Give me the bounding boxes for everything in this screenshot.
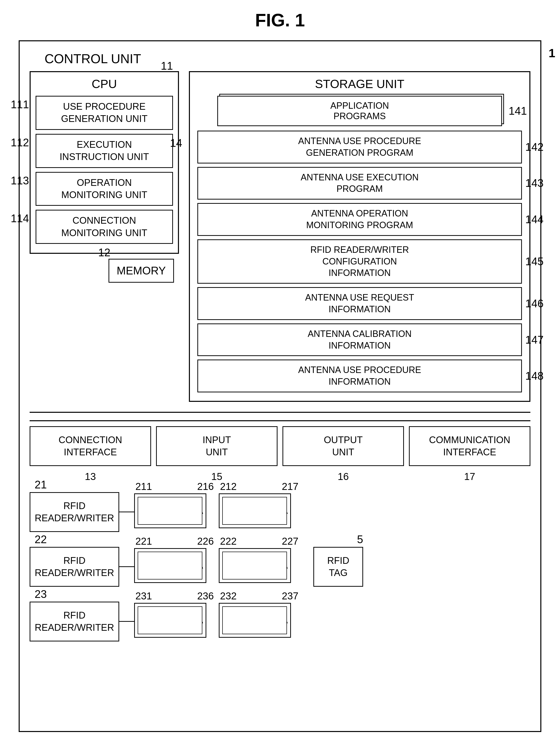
interface-row: CONNECTIONINTERFACE INPUTUNIT OUTPUTUNIT… [30, 420, 530, 466]
ref-148: 148 [525, 369, 544, 383]
antenna-222-container: RFID ANTENNA [219, 548, 293, 585]
ref-237: 237 [282, 590, 298, 602]
rfid-row-21: 21 RFIDREADER/WRITER 211 216 RFID ANTENN… [30, 492, 530, 532]
ref-15: 15 [156, 471, 278, 482]
ref-113: 113 [11, 174, 29, 187]
rfid-tag-container: 5 RFIDTAG [313, 547, 363, 587]
rfid-reader-21: RFIDREADER/WRITER [30, 492, 119, 532]
input-unit-box: INPUTUNIT [156, 426, 278, 466]
ref-21: 21 [35, 478, 47, 491]
ref-211: 211 [135, 481, 152, 492]
cpu-unit-111: USE PROCEDUREGENERATION UNIT [36, 96, 173, 130]
communication-interface-box: COMMUNICATIONINTERFACE [409, 426, 530, 466]
rfid-reader-23: RFIDREADER/WRITER [30, 602, 119, 641]
ref-114: 114 [11, 212, 29, 225]
top-section: 11 CPU 111 USE PROCEDUREGENERATION UNIT … [30, 71, 530, 402]
antenna-212-container: RFID ANTENNA [219, 493, 293, 531]
antenna-211-group: 211 216 RFID ANTENNA [134, 493, 209, 531]
ref-17: 17 [409, 471, 530, 482]
ref-11: 11 [161, 60, 173, 72]
memory-box: MEMORY [109, 259, 174, 283]
line-21-ant [119, 511, 134, 512]
control-unit-label: CONTROL UNIT [45, 51, 530, 66]
connection-interface-box: CONNECTIONINTERFACE [30, 426, 151, 466]
storage-item-146: ANTENNA USE REQUESTINFORMATION 146 [197, 287, 522, 320]
storage-item-147: ANTENNA CALIBRATIONINFORMATION 147 [197, 324, 522, 356]
antenna-221-inner [138, 552, 202, 579]
ref-216: 216 [197, 481, 214, 492]
ref-142: 142 [525, 140, 544, 154]
cpu-unit-113: OPERATIONMONITORING UNIT [36, 172, 173, 206]
interface-refs: 13 15 16 17 [30, 471, 530, 482]
bus-line [30, 412, 530, 413]
rfid-row-22: 22 RFIDREADER/WRITER 221 226 RFID ANTENN… [30, 547, 530, 587]
storage-item-142: ANTENNA USE PROCEDUREGENERATION PROGRAM … [197, 131, 522, 164]
line-23-ant [119, 621, 134, 622]
storage-label: STORAGE UNIT [197, 77, 522, 91]
rfid-tag-box: RFIDTAG [313, 547, 363, 587]
ref-111: 111 [11, 98, 29, 111]
antenna-232-container: RFID ANTENNA [219, 603, 293, 640]
ref-5: 5 [357, 533, 363, 546]
ref-236: 236 [197, 590, 214, 602]
ref-12: 12 [98, 246, 111, 259]
lower-section: 21 RFIDREADER/WRITER 211 216 RFID ANTENN… [30, 492, 530, 641]
storage-item-143: ANTENNA USE EXECUTIONPROGRAM 143 [197, 167, 522, 200]
app-programs-stacked: APPLICATIONPROGRAMS 141 [217, 96, 502, 126]
antenna-221-group: 221 226 RFID ANTENNA [134, 548, 209, 585]
ref-146: 146 [525, 296, 544, 311]
antenna-231-group: 231 236 RFID ANTENNA [134, 603, 209, 640]
storage-item-144: ANTENNA OPERATIONMONITORING PROGRAM 144 [197, 203, 522, 236]
cpu-label: CPU [36, 77, 173, 91]
cpu-unit-112: EXECUTIONINSTRUCTION UNIT [36, 134, 173, 168]
ref-22: 22 [35, 533, 47, 546]
storage-box: 14 STORAGE UNIT APPLICATIONPROGRAMS 141 … [189, 71, 530, 402]
antenna-221-container: RFID ANTENNA [134, 548, 209, 585]
antenna-222-inner [222, 552, 287, 579]
ref-14: 14 [170, 137, 182, 149]
antenna-212-group: 212 217 RFID ANTENNA [219, 493, 293, 531]
ref-217: 217 [282, 481, 298, 492]
ref-232: 232 [220, 590, 237, 602]
ref-226: 226 [197, 536, 214, 547]
antenna-211-inner [138, 497, 202, 525]
storage-item-148: ANTENNA USE PROCEDUREINFORMATION 148 [197, 360, 522, 392]
ref-221: 221 [135, 536, 152, 547]
antenna-212-inner [222, 497, 287, 525]
ref-1: 1 [549, 46, 555, 60]
cpu-box: 11 CPU 111 USE PROCEDUREGENERATION UNIT … [30, 71, 179, 254]
rfid-row-23: 23 RFIDREADER/WRITER 231 236 RFID ANTENN… [30, 602, 530, 641]
ref-212: 212 [220, 481, 237, 492]
main-container: 1 CONTROL UNIT 11 CPU 111 USE PROCEDUREG… [19, 40, 541, 732]
antenna-231-container: RFID ANTENNA [134, 603, 209, 640]
ref-147: 147 [525, 333, 544, 347]
page: FIG. 1 1 CONTROL UNIT 11 CPU 111 USE PRO… [0, 0, 560, 734]
antenna-232-group: 232 237 RFID ANTENNA [219, 603, 293, 640]
cpu-unit-114: CONNECTIONMONITORING UNIT [36, 210, 173, 244]
ref-143: 143 [525, 176, 544, 190]
ref-112: 112 [11, 136, 29, 149]
antenna-222-group: 222 227 RFID ANTENNA [219, 548, 293, 585]
line-22-ant [119, 566, 134, 567]
memory-label: MEMORY [117, 265, 166, 277]
output-unit-box: OUTPUTUNIT [282, 426, 404, 466]
ref-23: 23 [35, 588, 47, 600]
ref-141: 141 [509, 105, 527, 117]
ref-227: 227 [282, 536, 298, 547]
storage-item-145: RFID READER/WRITERCONFIGURATIONINFORMATI… [197, 239, 522, 284]
figure-title: FIG. 1 [10, 10, 550, 30]
antenna-211-container: RFID ANTENNA [134, 493, 209, 531]
ref-231: 231 [135, 590, 152, 602]
app-programs-box: APPLICATIONPROGRAMS [217, 96, 502, 126]
antenna-231-inner [138, 606, 202, 634]
ref-222: 222 [220, 536, 237, 547]
rfid-reader-22: RFIDREADER/WRITER [30, 547, 119, 587]
ref-145: 145 [525, 254, 544, 269]
ref-13: 13 [30, 471, 151, 482]
ref-144: 144 [525, 212, 544, 227]
ref-16: 16 [282, 471, 404, 482]
antenna-232-inner [222, 606, 287, 634]
